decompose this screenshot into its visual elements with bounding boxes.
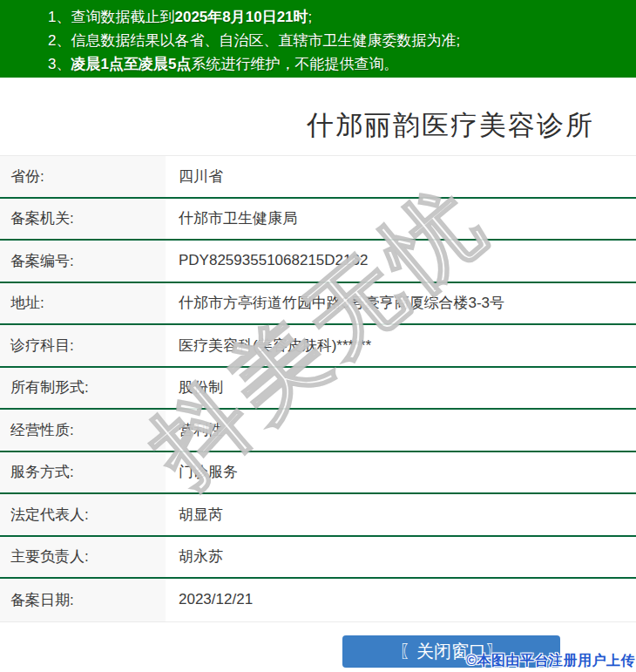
row-label: 备案机关: <box>0 199 166 240</box>
page-title: 什邡丽韵医疗美容诊所 <box>132 107 636 144</box>
row-label: 服务方式: <box>0 452 166 493</box>
row-value: 2023/12/21 <box>166 579 636 621</box>
row-label: 经营性质: <box>0 410 166 451</box>
row-value: 什邡市方亭街道竹园中路3号豪亨商厦综合楼3-3号 <box>166 283 636 324</box>
info-table: 省份: 四川省 备案机关: 什邡市卫生健康局 备案编号: PDY82593551… <box>0 155 636 622</box>
table-row-business-nature: 经营性质: 营利性 <box>0 410 636 452</box>
row-label: 省份: <box>0 156 166 197</box>
notice-2-num: 2、 <box>48 32 71 49</box>
table-row-province: 省份: 四川省 <box>0 156 636 199</box>
notice-1-num: 1、 <box>48 9 71 25</box>
row-label: 备案编号: <box>0 241 166 282</box>
notice-line-3: 3、凌晨1点至凌晨5点系统进行维护，不能提供查询。 <box>48 52 629 76</box>
table-row-authority: 备案机关: 什邡市卫生健康局 <box>0 199 636 241</box>
row-value: 医疗美容科(美容皮肤科)****** <box>166 325 636 366</box>
row-value: 胡显芮 <box>166 494 636 535</box>
notice-3-bold: 凌晨1点至凌晨5点 <box>71 56 191 72</box>
row-value: 什邡市卫生健康局 <box>166 199 636 240</box>
row-value: 股份制 <box>166 368 636 409</box>
notice-line-2: 2、信息数据结果以各省、自治区、直辖市卫生健康委数据为准; <box>48 29 629 52</box>
notice-1-post: ; <box>308 9 313 25</box>
credit-watermark: ©本图由平台注册用户上传 <box>466 652 635 670</box>
row-label: 诊疗科目: <box>0 325 166 366</box>
row-label: 备案日期: <box>0 579 166 621</box>
table-row-ownership: 所有制形式: 股份制 <box>0 368 636 411</box>
row-value: PDY82593551068215D2162 <box>166 241 636 282</box>
notice-3-post: 系统进行维护，不能提供查询。 <box>191 56 398 72</box>
row-value: 四川省 <box>166 156 636 197</box>
table-row-legal-representative: 法定代表人: 胡显芮 <box>0 494 636 537</box>
row-label: 法定代表人: <box>0 494 166 535</box>
row-value: 门诊服务 <box>166 452 636 493</box>
table-row-service-mode: 服务方式: 门诊服务 <box>0 452 636 495</box>
notice-3-num: 3、 <box>48 56 71 72</box>
row-value: 营利性 <box>166 410 636 451</box>
notice-2-text: 信息数据结果以各省、自治区、直辖市卫生健康委数据为准; <box>71 32 460 49</box>
table-row-address: 地址: 什邡市方亭街道竹园中路3号豪亨商厦综合楼3-3号 <box>0 283 636 326</box>
row-label: 地址: <box>0 283 166 324</box>
table-row-record-number: 备案编号: PDY82593551068215D2162 <box>0 241 636 283</box>
notice-1-bold: 2025年8月10日21时 <box>174 9 308 25</box>
row-label: 所有制形式: <box>0 368 166 409</box>
table-row-record-date: 备案日期: 2023/12/21 <box>0 579 636 621</box>
table-row-principal: 主要负责人: 胡永苏 <box>0 537 636 580</box>
notice-line-1: 1、查询数据截止到2025年8月10日21时; <box>48 5 629 29</box>
notice-1-text: 查询数据截止到 <box>71 9 174 25</box>
row-label: 主要负责人: <box>0 537 166 578</box>
row-value: 胡永苏 <box>166 537 636 578</box>
notice-bar: 1、查询数据截止到2025年8月10日21时; 2、信息数据结果以各省、自治区、… <box>0 0 636 78</box>
table-row-departments: 诊疗科目: 医疗美容科(美容皮肤科)****** <box>0 325 636 368</box>
